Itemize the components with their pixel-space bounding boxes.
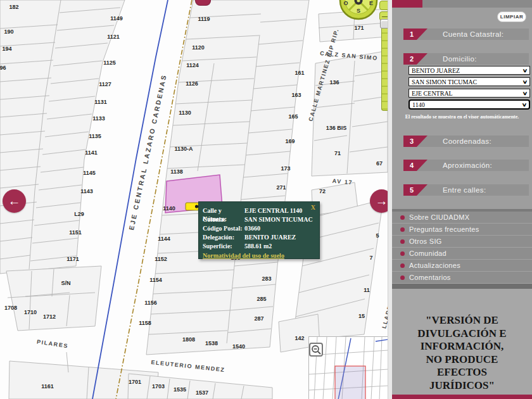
panel-divider bbox=[392, 284, 532, 289]
overview-minimap[interactable] bbox=[308, 336, 388, 399]
select-value: 1140 bbox=[412, 101, 425, 108]
clear-button[interactable]: LIMPIAR bbox=[497, 11, 526, 22]
disclaimer-line: NO PRODUCE bbox=[392, 353, 532, 367]
delegacion-select[interactable]: BENITO JUAREZ ∨ bbox=[408, 66, 530, 75]
land-use-normativity-link[interactable]: Normatividad del uso de suelo bbox=[199, 251, 319, 260]
panel-bottom-bar bbox=[392, 395, 532, 399]
step-label: Cuenta Catastral: bbox=[443, 30, 504, 38]
panel-top-bar bbox=[392, 0, 532, 8]
step-domicilio: 2 Domicilio: bbox=[403, 53, 529, 65]
step-cuenta-catastral: 1 Cuenta Catastral: bbox=[403, 28, 529, 40]
select-value: EJE CENTRAL bbox=[412, 90, 453, 97]
parcel-info-tooltip: X Calle y Número:EJE CENTRAL 1140 Coloni… bbox=[198, 201, 320, 259]
numero-select[interactable]: 1140 ∨ bbox=[408, 99, 530, 110]
bullet-icon bbox=[400, 276, 405, 280]
compass-west-label: O bbox=[343, 0, 348, 6]
bullet-icon bbox=[400, 239, 405, 244]
chevron-down-icon: ∨ bbox=[522, 91, 528, 96]
link-label: Otros SIG bbox=[409, 238, 442, 245]
link-comentarios[interactable]: Comentarios bbox=[392, 272, 532, 284]
calle-select[interactable]: EJE CENTRAL ∨ bbox=[408, 89, 530, 98]
tooltip-value: 588.61 m2 bbox=[244, 242, 272, 251]
pan-up-button[interactable] bbox=[379, 1, 388, 10]
tooltip-close-icon[interactable]: X bbox=[311, 204, 315, 211]
search-side-panel: LIMPIAR 1 Cuenta Catastral: 2 Domicilio:… bbox=[392, 0, 532, 399]
link-preguntas-frecuentes[interactable]: Preguntas frecuentes bbox=[392, 224, 532, 236]
northeast-parcel-block bbox=[312, 9, 388, 176]
pan-left-button[interactable]: ← bbox=[3, 189, 26, 213]
step-number-badge: 4 bbox=[403, 160, 428, 171]
parcel-marker-icon bbox=[186, 203, 199, 210]
map-pin-icon bbox=[195, 0, 211, 6]
magnifier-minus-icon bbox=[310, 344, 322, 355]
disclaimer-line: EFECTOS bbox=[392, 366, 532, 379]
step-label: Domicilio: bbox=[443, 55, 477, 63]
chevron-down-icon: ∨ bbox=[522, 68, 528, 73]
bullet-icon bbox=[400, 251, 405, 256]
step-label: Aproximación: bbox=[443, 162, 492, 169]
bullet-icon bbox=[400, 215, 405, 220]
bullet-icon bbox=[400, 227, 405, 232]
step-number-badge: 5 bbox=[403, 184, 428, 196]
map-viewport[interactable]: 1821149190112119411251961127113111331135… bbox=[0, 0, 388, 399]
step-coordenadas: 3 Coordenadas: bbox=[403, 136, 529, 147]
tooltip-label: Colonia: bbox=[203, 215, 244, 224]
disclaimer-line: "VERSIÓN DE bbox=[392, 314, 532, 327]
compass-east-label: E bbox=[369, 0, 373, 6]
tooltip-row: Delegación:BENITO JUAREZ bbox=[199, 233, 319, 242]
compass-south-label: S bbox=[357, 8, 360, 14]
tooltip-row: Código Postal:03660 bbox=[199, 224, 319, 233]
compass-control[interactable]: O E S bbox=[338, 0, 381, 22]
step-number-badge: 2 bbox=[403, 53, 428, 65]
select-value: SAN SIMON TICUMAC bbox=[412, 79, 477, 86]
select-value: BENITO JUAREZ bbox=[412, 67, 460, 74]
tooltip-value: BENITO JUAREZ bbox=[244, 233, 296, 242]
bullet-icon bbox=[400, 263, 405, 268]
tooltip-value: 03660 bbox=[244, 224, 260, 233]
step-aproximacion: 4 Aproximación: bbox=[403, 160, 529, 171]
link-label: Comunidad bbox=[409, 250, 446, 257]
zoom-slider-knob[interactable] bbox=[380, 19, 388, 28]
chevron-down-icon: ∨ bbox=[522, 79, 528, 85]
step-label: Coordenadas: bbox=[443, 137, 491, 145]
step-label: Entre calles: bbox=[443, 186, 486, 194]
header-accent-segment bbox=[392, 0, 422, 8]
auto-result-hint: El resultado se muestra en el visor auto… bbox=[392, 114, 532, 120]
app-window: 1821149190112119411251961127113111331135… bbox=[0, 0, 532, 399]
step-number-badge: 3 bbox=[403, 136, 428, 147]
link-comunidad[interactable]: Comunidad bbox=[392, 248, 532, 260]
legal-disclaimer: "VERSIÓN DE DIVULGACIÓN E INFORMACIÓN, N… bbox=[392, 289, 532, 395]
central-parcel-block bbox=[146, 0, 309, 355]
link-label: Preguntas frecuentes bbox=[409, 225, 479, 233]
link-label: Comentarios bbox=[409, 274, 451, 281]
disclaimer-line: JURÍDICOS" bbox=[392, 379, 532, 393]
step-number-badge: 1 bbox=[403, 28, 428, 40]
tooltip-label: Superficie: bbox=[203, 242, 244, 251]
minimap-extent-rect[interactable] bbox=[335, 366, 365, 399]
minimap-zoom-out-button[interactable] bbox=[309, 343, 323, 357]
link-label: Actualizaciones bbox=[409, 262, 460, 269]
scroll-gutter[interactable] bbox=[388, 0, 392, 399]
tooltip-row: Calle y Número:EJE CENTRAL 1140 bbox=[199, 206, 319, 215]
link-label: Sobre CIUDADMX bbox=[409, 213, 469, 221]
tooltip-label: Delegación: bbox=[203, 233, 244, 242]
colonia-select[interactable]: SAN SIMON TICUMAC ∨ bbox=[408, 77, 530, 86]
link-otros-sig[interactable]: Otros SIG bbox=[392, 236, 532, 248]
chevron-down-icon: ∨ bbox=[522, 102, 528, 108]
link-actualizaciones[interactable]: Actualizaciones bbox=[392, 260, 532, 272]
footer-links-menu: Sobre CIUDADMX Preguntas frecuentes Otro… bbox=[392, 209, 532, 284]
disclaimer-line: INFORMACIÓN, bbox=[392, 340, 532, 353]
tooltip-value: SAN SIMON TICUMAC bbox=[244, 215, 313, 224]
tooltip-row: Superficie:588.61 m2 bbox=[199, 242, 319, 251]
tooltip-row: Colonia:SAN SIMON TICUMAC bbox=[199, 215, 319, 224]
tooltip-label: Código Postal: bbox=[203, 224, 244, 233]
link-sobre-ciudadmx[interactable]: Sobre CIUDADMX bbox=[392, 212, 532, 224]
tooltip-label: Calle y Número: bbox=[203, 206, 244, 215]
disclaimer-line: DIVULGACIÓN E bbox=[392, 327, 532, 341]
tooltip-value: EJE CENTRAL 1140 bbox=[244, 206, 302, 215]
step-entre-calles: 5 Entre calles: bbox=[403, 184, 529, 196]
west-parcel-block bbox=[0, 0, 125, 274]
zoom-slider[interactable] bbox=[381, 25, 388, 111]
